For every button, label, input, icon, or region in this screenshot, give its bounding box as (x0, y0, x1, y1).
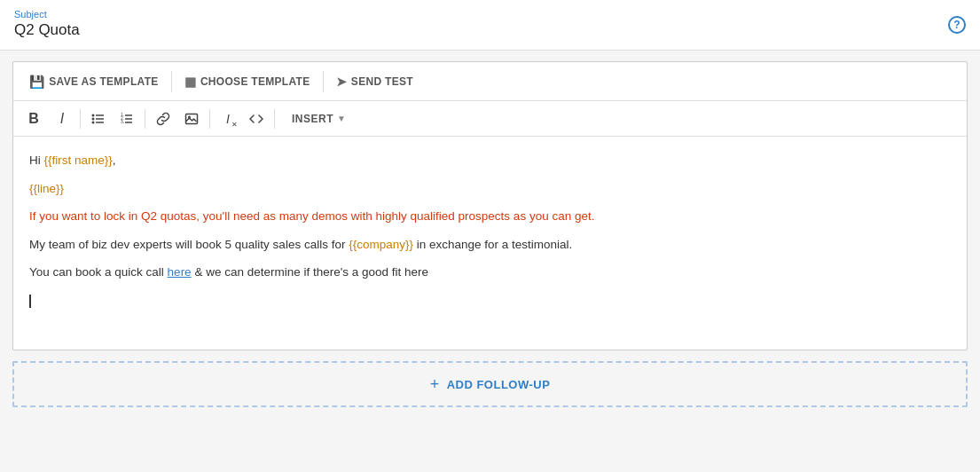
insert-button[interactable]: INSERT ▼ (283, 109, 355, 129)
choose-template-button[interactable]: ▦ CHOOSE TEMPLATE (176, 69, 319, 94)
toolbar-top: 💾 SAVE AS TEMPLATE ▦ CHOOSE TEMPLATE ➤ S… (13, 62, 967, 101)
fmt-divider-3 (209, 109, 210, 129)
line5-prefix: You can book a quick call (29, 265, 168, 279)
subject-value: Q2 Quota (14, 21, 966, 39)
clear-format-button[interactable]: I✕ (215, 106, 241, 131)
insert-label: INSERT (292, 113, 333, 125)
italic-button[interactable]: I (49, 106, 75, 131)
svg-point-0 (92, 114, 95, 116)
toolbar-format: B I 1.2.3. I✕ I (13, 101, 967, 137)
toolbar-divider-1 (171, 71, 172, 92)
greeting-prefix: Hi (29, 153, 44, 167)
here-link[interactable]: here (168, 265, 192, 279)
cursor-line (29, 291, 951, 307)
fmt-divider-1 (80, 109, 81, 129)
line4-suffix: in exchange for a testimonial. (413, 238, 572, 251)
page-wrapper: Subject Q2 Quota ? 💾 SAVE AS TEMPLATE ▦ … (0, 0, 980, 407)
editor-line-3: If you want to lock in Q2 quotas, you'll… (29, 207, 951, 226)
bold-button[interactable]: B (20, 106, 47, 131)
plus-icon: + (430, 376, 440, 392)
choose-template-icon: ▦ (184, 75, 196, 89)
choose-template-label: CHOOSE TEMPLATE (200, 75, 310, 88)
help-icon[interactable]: ? (948, 16, 966, 34)
fmt-divider-2 (145, 109, 145, 129)
add-followup-area[interactable]: + ADD FOLLOW-UP (12, 361, 968, 407)
subject-label: Subject (14, 9, 966, 20)
editor-line-2: {{line}} (29, 179, 951, 199)
send-test-icon: ➤ (336, 75, 347, 89)
save-template-button[interactable]: 💾 SAVE AS TEMPLATE (20, 69, 168, 94)
image-button[interactable] (178, 106, 205, 131)
insert-chevron-icon: ▼ (337, 114, 346, 123)
editor-line-4: My team of biz dev experts will book 5 q… (29, 235, 951, 255)
text-cursor (29, 295, 31, 308)
save-template-icon: 💾 (29, 75, 44, 89)
subject-area: Subject Q2 Quota ? (0, 0, 980, 51)
add-followup-button[interactable]: + ADD FOLLOW-UP (430, 376, 551, 392)
send-test-button[interactable]: ➤ SEND TEST (327, 69, 422, 94)
line4-var: {{company}} (349, 238, 413, 251)
svg-point-2 (92, 117, 95, 120)
editor-line-1: Hi {{first name}}, (29, 151, 951, 170)
ordered-list-button[interactable]: 1.2.3. (114, 106, 140, 131)
svg-point-4 (92, 121, 95, 123)
add-followup-label: ADD FOLLOW-UP (447, 378, 551, 391)
line5-suffix: & we can determine if there's a good fit… (192, 265, 428, 279)
svg-text:3.: 3. (121, 119, 124, 124)
greeting-suffix: , (113, 153, 116, 167)
line4-prefix: My team of biz dev experts will book 5 q… (29, 238, 349, 251)
link-button[interactable] (150, 106, 176, 131)
editor-body[interactable]: Hi {{first name}}, {{line}} If you want … (13, 137, 967, 350)
unordered-list-button[interactable] (85, 106, 112, 131)
line-var: {{line}} (29, 182, 64, 195)
save-template-label: SAVE AS TEMPLATE (49, 75, 158, 88)
send-test-label: SEND TEST (351, 75, 413, 88)
greeting-var: {{first name}} (44, 153, 113, 167)
code-button[interactable] (243, 106, 270, 131)
editor-container: 💾 SAVE AS TEMPLATE ▦ CHOOSE TEMPLATE ➤ S… (12, 61, 968, 350)
fmt-divider-4 (274, 109, 275, 129)
toolbar-divider-2 (323, 71, 324, 92)
editor-line-5: You can book a quick call here & we can … (29, 263, 951, 282)
